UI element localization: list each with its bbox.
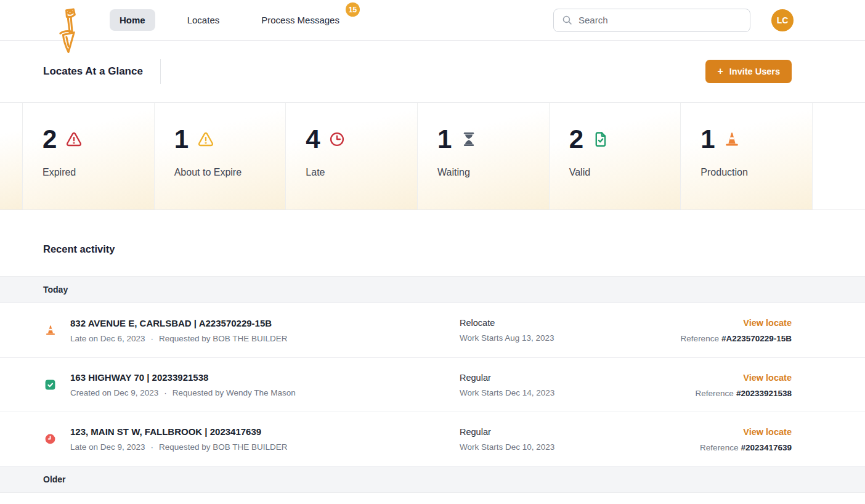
stat-value: 1 (174, 126, 188, 152)
locate-title: 832 AVENUE E, CARLSBAD | A223570229-15B (70, 318, 460, 328)
user-avatar[interactable]: LC (771, 9, 794, 31)
plus-icon: + (717, 66, 723, 77)
section-header-today: Today (0, 276, 865, 303)
stat-label: Valid (569, 167, 681, 178)
locate-work-starts: Work Starts Dec 10, 2023 (460, 442, 700, 452)
locate-requested-by: Requested by Wendy The Mason (173, 388, 296, 397)
locate-actions: View locate Reference#20233921538 (696, 372, 792, 398)
locate-work-starts: Work Starts Dec 14, 2023 (460, 388, 696, 397)
clock-red-icon (328, 131, 346, 148)
document-check-green-icon (592, 131, 609, 148)
stat-card-partial-left (0, 103, 23, 209)
header-divider (160, 59, 161, 84)
stat-value: 1 (437, 126, 451, 152)
app-logo[interactable] (52, 4, 78, 37)
locate-type: Relocate (460, 318, 681, 328)
locate-meta: Late on Dec 9, 2023·Requested by BOB THE… (70, 442, 460, 452)
search-box[interactable] (553, 9, 750, 32)
stat-label: Production (701, 167, 812, 178)
page-header: Locates At a Glance + Invite Users (0, 41, 865, 102)
view-locate-link[interactable]: View locate (743, 318, 792, 328)
locate-reference: Reference#A223570229-15B (681, 334, 792, 343)
locate-work-starts: Work Starts Aug 13, 2023 (460, 333, 681, 343)
locate-type: Regular (460, 427, 700, 437)
reference-label: Reference (681, 334, 719, 343)
locate-meta: Late on Dec 6, 2023·Requested by BOB THE… (70, 334, 460, 343)
recent-activity-title: Recent activity (0, 210, 865, 276)
traffic-cone-icon (44, 324, 57, 336)
stat-value: 1 (701, 126, 714, 152)
tab-process-messages[interactable]: Process Messages 15 (251, 9, 349, 31)
locate-status: Late on Dec 6, 2023 (70, 334, 145, 343)
locate-status: Late on Dec 9, 2023 (70, 442, 145, 452)
stat-card-valid[interactable]: 2 Valid (550, 103, 681, 209)
invite-users-button[interactable]: + Invite Users (705, 60, 792, 83)
stat-value: 2 (43, 126, 56, 152)
locate-summary: 123, MAIN ST W, FALLBROOK | 2023417639 L… (70, 426, 460, 452)
stat-card-partial-right (812, 103, 865, 209)
stat-label: Waiting (437, 167, 549, 178)
page-title: Locates At a Glance (43, 65, 143, 78)
locate-type-block: Regular Work Starts Dec 14, 2023 (460, 373, 696, 397)
stats-strip: 2 Expired 1 About to Expire 4 (0, 102, 865, 210)
meta-separator: · (164, 388, 167, 397)
view-locate-link[interactable]: View locate (743, 427, 792, 437)
locate-summary: 163 HIGHWAY 70 | 20233921538 Created on … (70, 372, 460, 397)
locate-type-block: Relocate Work Starts Aug 13, 2023 (460, 318, 681, 343)
section-label: Older (43, 474, 66, 484)
alert-triangle-amber-icon (197, 131, 214, 148)
reference-label: Reference (696, 389, 734, 398)
invite-users-label: Invite Users (729, 67, 780, 76)
stat-card-about-to-expire[interactable]: 1 About to Expire (155, 103, 286, 209)
locate-meta: Created on Dec 9, 2023·Requested by Wend… (70, 388, 460, 397)
locate-actions: View locate Reference#2023417639 (700, 426, 792, 452)
locate-reference: Reference#2023417639 (700, 443, 792, 452)
top-nav: Home Locates Process Messages 15 LC (0, 0, 865, 41)
section-label: Today (43, 285, 68, 295)
meta-separator: · (151, 334, 154, 343)
reference-value: #A223570229-15B (721, 334, 792, 343)
reference-value: #20233921538 (736, 389, 792, 398)
stat-card-late[interactable]: 4 Late (286, 103, 418, 209)
tab-locates[interactable]: Locates (177, 9, 230, 31)
clock-circle-red-icon (44, 433, 57, 445)
hourglass-icon (460, 131, 477, 148)
stat-value: 4 (306, 126, 319, 152)
stat-card-expired[interactable]: 2 Expired (23, 103, 155, 209)
stat-card-waiting[interactable]: 1 Waiting (418, 103, 550, 209)
locate-requested-by: Requested by BOB THE BUILDER (159, 334, 287, 343)
activity-row[interactable]: 163 HIGHWAY 70 | 20233921538 Created on … (0, 357, 865, 412)
locate-status: Created on Dec 9, 2023 (70, 388, 158, 397)
stat-label: Expired (43, 167, 154, 178)
meta-separator: · (151, 442, 154, 452)
stat-label: About to Expire (174, 167, 286, 178)
locate-type: Regular (460, 373, 696, 383)
reference-value: #2023417639 (741, 443, 792, 452)
tab-process-messages-label: Process Messages (261, 15, 339, 25)
stat-label: Late (306, 167, 417, 178)
section-header-older: Older (0, 466, 865, 493)
stat-card-production[interactable]: 1 Production (681, 103, 812, 209)
activity-row[interactable]: 123, MAIN ST W, FALLBROOK | 2023417639 L… (0, 412, 865, 466)
notification-badge: 15 (346, 2, 360, 17)
alert-triangle-red-icon (65, 131, 83, 148)
reference-label: Reference (700, 443, 738, 452)
stat-value: 2 (569, 126, 583, 152)
view-locate-link[interactable]: View locate (743, 373, 792, 383)
locate-actions: View locate Reference#A223570229-15B (681, 317, 792, 343)
locate-reference: Reference#20233921538 (696, 389, 792, 398)
search-icon (562, 15, 572, 25)
locate-requested-by: Requested by BOB THE BUILDER (159, 442, 287, 452)
locate-title: 123, MAIN ST W, FALLBROOK | 2023417639 (70, 426, 460, 437)
check-square-green-icon (44, 379, 57, 391)
locate-type-block: Regular Work Starts Dec 10, 2023 (460, 427, 700, 452)
activity-row[interactable]: 832 AVENUE E, CARLSBAD | A223570229-15B … (0, 303, 865, 357)
locate-title: 163 HIGHWAY 70 | 20233921538 (70, 372, 460, 383)
nav-tabs: Home Locates Process Messages 15 (110, 9, 349, 31)
traffic-cone-orange-icon (723, 131, 741, 148)
locate-summary: 832 AVENUE E, CARLSBAD | A223570229-15B … (70, 318, 460, 343)
tab-home[interactable]: Home (110, 9, 155, 31)
shovel-logo-icon (52, 6, 80, 67)
search-input[interactable] (579, 15, 742, 25)
